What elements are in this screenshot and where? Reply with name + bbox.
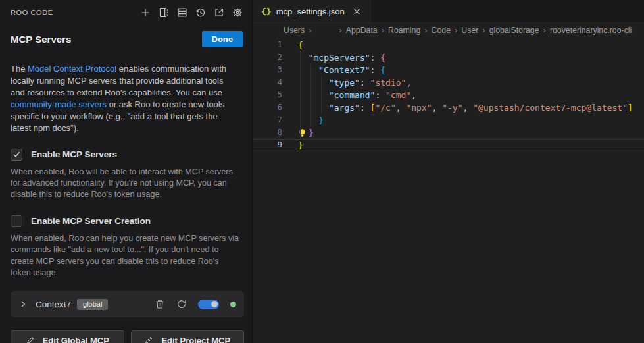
line-content: { [282,39,303,51]
tab-bar: {} mcp_settings.json [253,0,644,23]
toggle-knob [211,301,218,307]
close-icon[interactable] [352,6,362,16]
pencil-icon [144,336,153,343]
line-content: } [282,126,314,139]
tab-filename: mcp_settings.json [276,7,345,16]
code-line[interactable]: 9} [253,139,644,151]
server-name: Context7 [36,300,71,309]
enable-mcp-server-creation-label: Enable MCP Server Creation [31,216,151,226]
code-editor[interactable]: 1{2 "mcpServers": {3 "Context7": {4 "typ… [253,37,644,151]
enable-mcp-servers-section: Enable MCP Servers When enabled, Roo wil… [0,134,252,201]
code-line[interactable]: 7 } [253,114,644,126]
code-line[interactable]: 2 "mcpServers": { [253,51,644,64]
enable-mcp-server-creation-checkbox[interactable] [11,215,22,227]
mcp-server-row[interactable]: Context7 global [11,291,244,317]
scope-badge: global [77,299,108,310]
footer-buttons: Edit Global MCP Edit Project MCP [11,330,244,343]
edit-project-mcp-label: Edit Project MCP [161,336,230,343]
line-number: 2 [253,51,282,64]
line-number: 7 [253,114,282,126]
code-line[interactable]: 4 "type": "stdio", [253,76,644,89]
done-button[interactable]: Done [202,31,243,47]
line-content: "mcpServers": { [282,51,385,64]
breadcrumb-separator: › [382,25,384,35]
indent-guide [310,64,311,126]
enable-mcp-servers-description: When enabled, Roo will be able to intera… [11,167,239,201]
breadcrumb-item[interactable]: User [461,26,478,35]
open-external-icon[interactable] [213,7,224,18]
server-stack-icon[interactable] [176,7,187,18]
breadcrumb-separator: › [455,25,457,35]
code-line[interactable]: 6 "args": ["/c", "npx", "-y", "@upstash/… [253,101,644,114]
enable-mcp-server-creation-description: When enabled, Roo can help you create ne… [11,233,239,279]
model-context-protocol-link[interactable]: Model Context Protocol [28,64,116,74]
intro-paragraph: The Model Context Protocol enables commu… [0,47,252,134]
breadcrumb-item[interactable]: AppData [346,26,378,35]
enable-mcp-server-creation-section: Enable MCP Server Creation When enabled,… [0,201,252,279]
code-lines: 1{2 "mcpServers": {3 "Context7": {4 "typ… [253,39,644,151]
json-file-icon: {} [261,7,272,16]
breadcrumb-item[interactable]: Users [284,26,305,35]
chevron-right-icon[interactable] [18,300,28,309]
line-number: 9 [253,140,282,151]
line-number: 5 [253,89,282,101]
edit-project-mcp-button[interactable]: Edit Project MCP [131,330,245,343]
enable-mcp-servers-label: Enable MCP Servers [31,149,117,159]
code-line[interactable]: 1{ [253,39,644,51]
status-dot [230,302,236,307]
enable-mcp-servers-checkbox[interactable] [11,149,22,161]
line-content: } [282,114,324,126]
trash-icon[interactable] [155,299,165,309]
title-row: MCP Servers Done [0,18,252,47]
history-icon[interactable] [195,7,206,18]
breadcrumb-separator: › [309,25,311,35]
line-number: 1 [253,39,282,51]
edit-global-mcp-button[interactable]: Edit Global MCP [11,330,124,343]
brand-label: ROO CODE [11,9,53,16]
notebook-icon[interactable] [158,7,169,18]
breadcrumb-separator: › [543,25,546,35]
edit-global-mcp-label: Edit Global MCP [43,336,109,343]
roo-code-panel: ROO CODE MCP Servers Done [0,0,253,343]
tab-mcp-settings-json[interactable]: {} mcp_settings.json [253,0,371,22]
header-icons [139,7,243,18]
gear-icon[interactable] [232,7,243,18]
breadcrumb-item[interactable]: Roaming [388,26,420,35]
breadcrumb-item[interactable]: globalStorage [489,26,539,35]
line-number: 4 [253,76,282,89]
code-line[interactable]: 5 "command": "cmd", [253,89,644,101]
line-content: "type": "stdio", [282,76,411,89]
code-line[interactable]: 8} [253,126,644,139]
breadcrumb-separator: › [339,25,341,35]
server-enabled-toggle[interactable] [198,300,219,309]
line-number: 8 [253,126,282,139]
page-title: MCP Servers [11,34,71,45]
breadcrumb-separator: › [482,25,485,35]
panel-header: ROO CODE [0,0,252,18]
line-content: } [282,140,303,151]
app-window: ROO CODE MCP Servers Done [0,0,644,343]
breadcrumb-item[interactable]: rooveterinaryinc.roo-cli [550,26,632,35]
editor-group: {} mcp_settings.json Users››AppData›Roam… [253,0,644,343]
line-content: "Context7": { [282,64,385,76]
line-number: 3 [253,64,282,76]
community-made-servers-link[interactable]: community-made servers [11,99,107,109]
code-line[interactable]: 3 "Context7": { [253,64,644,76]
breadcrumb-item[interactable]: Code [432,26,451,35]
intro-text: The [11,64,28,74]
breadcrumb-separator: › [424,25,427,35]
pencil-icon [26,336,35,343]
restart-icon[interactable] [176,299,187,309]
indent-guide [300,51,301,139]
plus-icon[interactable] [139,7,151,18]
check-icon [12,150,21,159]
line-number: 6 [253,101,282,114]
line-content: "args": ["/c", "npx", "-y", "@upstash/co… [282,101,633,114]
indent-guide [321,76,322,114]
breadcrumb: Users››AppData›Roaming›Code›User›globalS… [253,23,644,37]
line-content: "command": "cmd", [282,89,416,101]
